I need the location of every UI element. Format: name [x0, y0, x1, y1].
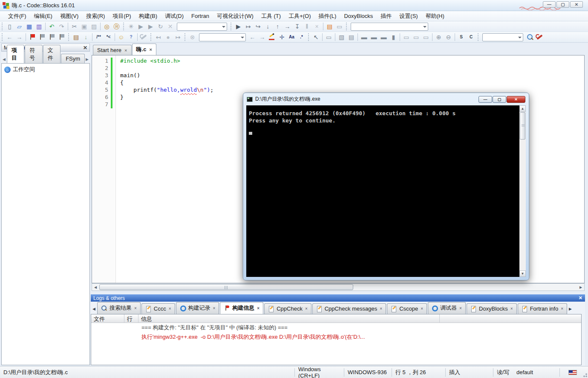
nav-forward-icon[interactable]: →	[14, 33, 24, 42]
next-bookmark-icon[interactable]	[47, 33, 57, 42]
wxs-expand3-icon[interactable]: ▭	[421, 33, 431, 42]
wxs-expand1-icon[interactable]: ▭	[401, 33, 411, 42]
menu-item-3[interactable]: 视图(V)	[56, 11, 82, 21]
menu-item-12[interactable]: 插件(L)	[315, 11, 340, 21]
logs-tabs-scroll-left-icon[interactable]: ◀	[92, 307, 97, 314]
various-info-icon[interactable]: ▭	[334, 22, 344, 31]
incsearch-next-icon[interactable]: →	[257, 33, 267, 42]
management-tabs-scroll-right-icon[interactable]: ▶	[85, 57, 90, 63]
log-tab-构建信息[interactable]: 构建信息×	[220, 302, 263, 314]
menu-item-10[interactable]: 工具 (T)	[257, 11, 285, 21]
nav-back-icon[interactable]: ←	[5, 33, 14, 42]
run-to-cursor-icon[interactable]: ↦	[243, 22, 253, 31]
build-icon[interactable]: ✳	[126, 22, 136, 31]
log-tab-close-icon[interactable]: ×	[380, 306, 382, 311]
log-tab-CppCheck messages[interactable]: CppCheck messages×	[312, 303, 386, 314]
console-scrollbar[interactable]: ▲ ▼	[519, 105, 526, 277]
console-scroll-down-icon[interactable]: ▼	[519, 270, 526, 277]
management-tabs-scroll-left-icon[interactable]: ◀	[2, 57, 7, 63]
log-tab-Fortran info[interactable]: Fortran info×	[518, 303, 567, 314]
log-tab-构建记录[interactable]: 构建记录×	[176, 302, 219, 314]
menu-item-8[interactable]: Fortran	[187, 12, 213, 20]
settings-wrench-icon[interactable]	[139, 33, 149, 42]
zoom-in-icon[interactable]: ⊕	[434, 33, 444, 42]
redo-icon[interactable]: ↷	[57, 22, 66, 31]
incsearch-prev-icon[interactable]: ←	[248, 33, 257, 42]
log-tab-close-icon[interactable]: ×	[510, 306, 513, 311]
step-into-icon[interactable]: ↓	[263, 22, 273, 31]
log-tab-close-icon[interactable]: ×	[459, 306, 462, 311]
hscroll-thumb[interactable]	[99, 284, 353, 290]
menu-item-15[interactable]: 设置(S)	[395, 11, 421, 21]
break-debugger-icon[interactable]: ‖	[302, 22, 312, 31]
copy-icon[interactable]: ▣	[79, 22, 89, 31]
management-tab-符号[interactable]: 符号	[25, 45, 42, 63]
open-file-icon[interactable]: ▱	[14, 22, 24, 31]
toggle-bookmark-icon[interactable]	[27, 33, 37, 42]
new-file-icon[interactable]: ▯	[5, 22, 14, 31]
console-maximize-button[interactable]: ▢	[493, 96, 506, 103]
sizer-s-icon[interactable]: S	[456, 33, 466, 42]
menu-item-2[interactable]: 编辑(E)	[30, 11, 56, 21]
incsearch-clear-icon[interactable]: ⊗	[187, 33, 197, 42]
use-regex-icon[interactable]: .*	[297, 33, 306, 42]
editor-tab-嗨.c[interactable]: 嗨.c×	[132, 44, 156, 55]
management-tab-项目[interactable]: 项目	[7, 45, 24, 64]
logs-close-icon[interactable]: ✕	[579, 295, 582, 301]
window-close-button[interactable]: ✕	[570, 1, 583, 8]
run-icon[interactable]: ▶	[136, 22, 146, 31]
doxy-help-icon[interactable]: ?	[126, 33, 136, 42]
management-tab-文件[interactable]: 文件	[43, 45, 61, 63]
console-window[interactable]: D:\用户目录\我的文档\嗨.exe — ▢ ✕ Process returne…	[243, 93, 529, 280]
log-tab-close-icon[interactable]: ×	[305, 306, 308, 311]
debug-continue-icon[interactable]: ▶	[233, 22, 243, 31]
log-tab-DoxyBlocks[interactable]: DoxyBlocks×	[467, 303, 517, 314]
wxs-panel3-icon[interactable]: ▬	[379, 33, 389, 42]
menu-item-14[interactable]: 插件	[377, 11, 395, 21]
editor-tab-Start here[interactable]: Start here×	[93, 45, 132, 55]
step-into-instruction-icon[interactable]: ↧	[292, 22, 302, 31]
window-minimize-button[interactable]: —	[543, 1, 556, 8]
prev-bookmark-icon[interactable]	[37, 33, 47, 42]
log-row[interactable]: === 构建文件: "无目标" 在 "无项目" 中 (编译器: 未知的) ===	[91, 323, 581, 332]
cscope-search-icon[interactable]	[525, 33, 535, 42]
wxs-panel1-icon[interactable]: ▬	[359, 33, 369, 42]
cscope-combo[interactable]	[482, 33, 523, 41]
log-tab-CppCheck[interactable]: CppCheck×	[264, 303, 311, 314]
menu-item-11[interactable]: 工具+(O)	[285, 11, 314, 21]
log-tab-close-icon[interactable]: ×	[421, 306, 423, 311]
match-case-icon[interactable]: Aa	[287, 33, 297, 42]
doxy-block-comment-icon[interactable]: /**	[94, 33, 104, 42]
log-row[interactable]: 执行'mingw32-g++.exe -o D:\用户目录\我的文档\嗨.exe…	[91, 332, 581, 342]
doxy-wizard-icon[interactable]: ☺	[116, 33, 126, 42]
wxs-pointer-icon[interactable]: ↖	[311, 33, 321, 42]
record-next-icon[interactable]: ↦	[173, 33, 183, 42]
cut-icon[interactable]: ✂	[69, 22, 79, 31]
menu-item-4[interactable]: 搜索(R)	[82, 11, 109, 21]
next-line-icon[interactable]: ↪	[253, 22, 263, 31]
build-target-combo[interactable]	[177, 23, 227, 31]
console-scroll-up-icon[interactable]: ▲	[519, 105, 526, 112]
zoom-out-icon[interactable]: ⊖	[444, 33, 453, 42]
code-stats-icon[interactable]: ▤	[71, 33, 81, 42]
abort-build-icon[interactable]: ✕	[165, 22, 175, 31]
editor-horizontal-scrollbar[interactable]: ◀ ▶	[92, 283, 585, 291]
cscope-settings-icon[interactable]	[535, 33, 545, 42]
plugin-combo[interactable]	[351, 23, 428, 31]
log-tab-Cccc[interactable]: Cccc×	[141, 303, 175, 314]
menu-item-9[interactable]: 可视化设计(W)	[213, 11, 257, 21]
log-tab-调试器[interactable]: 调试器×	[428, 302, 466, 314]
save-file-icon[interactable]: ▦	[24, 22, 34, 31]
stop-debugger-icon[interactable]: ×	[312, 22, 322, 31]
hscroll-left-arrow-icon[interactable]: ◀	[92, 284, 99, 291]
management-tab-FSym[interactable]: FSym	[61, 54, 85, 63]
console-minimize-button[interactable]: —	[478, 96, 492, 103]
resize-grip[interactable]	[582, 372, 587, 377]
menu-item-7[interactable]: 调试(D)	[161, 11, 187, 21]
selected-to-anchor-icon[interactable]: ✛	[277, 33, 287, 42]
log-tab-close-icon[interactable]: ×	[169, 306, 171, 311]
menu-item-16[interactable]: 帮助(H)	[422, 11, 448, 21]
wxs-frame-icon[interactable]: ▭	[324, 33, 334, 42]
logs-tabs-scroll-right-icon[interactable]: ▶	[568, 307, 574, 314]
management-close-icon[interactable]: ✕	[83, 45, 87, 51]
